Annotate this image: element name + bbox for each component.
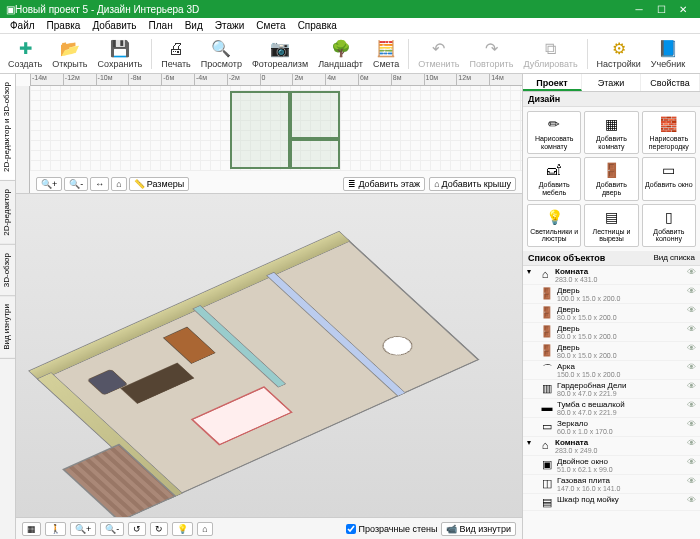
zoom-in-button[interactable]: 🔍+ xyxy=(36,177,62,191)
visibility-toggle[interactable]: 👁 xyxy=(687,381,696,391)
undo-button[interactable]: ↶Отменить xyxy=(414,38,463,70)
objects-section-header: Список объектов Вид списка xyxy=(523,251,700,266)
visibility-toggle[interactable]: 👁 xyxy=(687,343,696,353)
add-roof-button[interactable]: ⌂Добавить крышу xyxy=(429,177,516,191)
object-item[interactable]: 🚪Дверь100.0 x 15.0 x 200.0👁 xyxy=(523,285,700,304)
menu-edit[interactable]: Правка xyxy=(41,18,87,33)
add-column-icon: ▯ xyxy=(660,208,678,226)
home-3d-button[interactable]: ⌂ xyxy=(197,522,212,536)
add-lights-button[interactable]: 💡Светильники и люстры xyxy=(527,204,581,247)
object-item[interactable]: ▣Двойное окно51.0 x 62.1 x 99.0👁 xyxy=(523,456,700,475)
vtab-3d[interactable]: 3D-обзор xyxy=(0,245,15,296)
rotate-right-button[interactable]: ↻ xyxy=(150,522,168,536)
close-button[interactable]: ✕ xyxy=(672,4,694,15)
gear-icon: ⚙ xyxy=(609,39,629,59)
object-item[interactable]: ◫Газовая плита147.0 x 16.0 x 141.0👁 xyxy=(523,475,700,494)
preview-button[interactable]: 🔍Просмотр xyxy=(197,38,246,70)
maximize-button[interactable]: ☐ xyxy=(650,4,672,15)
draw-room-button[interactable]: ✏Нарисовать комнату xyxy=(527,111,581,154)
minimize-button[interactable]: ─ xyxy=(628,4,650,15)
add-door-button[interactable]: 🚪Добавить дверь xyxy=(584,157,638,200)
menu-file[interactable]: Файл xyxy=(4,18,41,33)
save-button[interactable]: 💾Сохранить xyxy=(94,38,147,70)
menu-estimate[interactable]: Смета xyxy=(250,18,291,33)
visibility-toggle[interactable]: 👁 xyxy=(687,305,696,315)
transparent-walls-toggle[interactable]: Прозрачные стены xyxy=(346,524,438,534)
add-column-button[interactable]: ▯Добавить колонну xyxy=(642,204,696,247)
redo-button[interactable]: ↷Повторить xyxy=(465,38,517,70)
rotate-left-button[interactable]: ↺ xyxy=(128,522,146,536)
visibility-toggle[interactable]: 👁 xyxy=(687,476,696,486)
tab-project[interactable]: Проект xyxy=(523,74,582,91)
add-window-icon: ▭ xyxy=(660,161,678,179)
add-floor-button[interactable]: ≣Добавить этаж xyxy=(343,177,425,191)
object-item[interactable]: ⌒Арка150.0 x 15.0 x 200.0👁 xyxy=(523,361,700,380)
menu-help[interactable]: Справка xyxy=(292,18,343,33)
vtab-2d[interactable]: 2D-редактор xyxy=(0,181,15,245)
right-tabs: Проект Этажи Свойства xyxy=(523,74,700,92)
visibility-toggle[interactable]: 👁 xyxy=(687,324,696,334)
light-button[interactable]: 💡 xyxy=(172,522,193,536)
menu-plan[interactable]: План xyxy=(143,18,179,33)
plan-2d-view[interactable]: -14м-12м-10м-8м-6м-4м-2м02м4м6м8м10м12м1… xyxy=(16,74,522,194)
object-icon: ▣ xyxy=(541,457,553,471)
object-icon: 🚪 xyxy=(541,343,553,357)
print-button[interactable]: 🖨Печать xyxy=(157,38,194,70)
visibility-toggle[interactable]: 👁 xyxy=(687,286,696,296)
landscape-button[interactable]: 🌳Ландшафт xyxy=(314,38,367,70)
walk-button[interactable]: 🚶 xyxy=(45,522,66,536)
plan-controls-left: 🔍+ 🔍- ↔ ⌂ 📏Размеры xyxy=(36,177,189,191)
object-item[interactable]: ▬Тумба с вешалкой80.0 x 47.0 x 221.9👁 xyxy=(523,399,700,418)
vtab-split[interactable]: 2D-редактор и 3D-обзор xyxy=(0,74,15,181)
view-3d[interactable] xyxy=(16,194,522,517)
object-item[interactable]: ▭Зеркало60.0 x 1.0 x 170.0👁 xyxy=(523,418,700,437)
add-furniture-button[interactable]: 🛋Добавить мебель xyxy=(527,157,581,200)
menu-add[interactable]: Добавить xyxy=(86,18,142,33)
object-item[interactable]: 🚪Дверь80.0 x 15.0 x 200.0👁 xyxy=(523,304,700,323)
design-section-header: Дизайн xyxy=(523,92,700,107)
object-item[interactable]: ▤Шкаф под мойку👁 xyxy=(523,494,700,511)
inside-view-button[interactable]: 📹Вид изнутри xyxy=(441,522,516,536)
object-item[interactable]: ▥Гардеробная Дели80.0 x 47.0 x 221.9👁 xyxy=(523,380,700,399)
add-stairs-button[interactable]: ▤Лестницы и вырезы xyxy=(584,204,638,247)
pan-button[interactable]: ↔ xyxy=(90,177,109,191)
object-group[interactable]: ▾⌂Комната283.0 x 249.0👁 xyxy=(523,437,700,456)
object-item[interactable]: 🚪Дверь80.0 x 15.0 x 200.0👁 xyxy=(523,342,700,361)
plan-grid[interactable] xyxy=(30,86,522,171)
menu-floors[interactable]: Этажи xyxy=(209,18,251,33)
object-item[interactable]: 🚪Дверь80.0 x 15.0 x 200.0👁 xyxy=(523,323,700,342)
open-button[interactable]: 📂Открыть xyxy=(48,38,91,70)
zoom-out-button[interactable]: 🔍- xyxy=(64,177,88,191)
zoom-out-3d-button[interactable]: 🔍- xyxy=(100,522,124,536)
estimate-button[interactable]: 🧮Смета xyxy=(369,38,403,70)
visibility-toggle[interactable]: 👁 xyxy=(687,400,696,410)
settings-button[interactable]: ⚙Настройки xyxy=(593,38,645,70)
duplicate-button[interactable]: ⧉Дублировать xyxy=(519,38,581,70)
visibility-toggle[interactable]: 👁 xyxy=(687,495,696,505)
view-mode-tabs: 2D-редактор и 3D-обзор 2D-редактор 3D-об… xyxy=(0,74,16,539)
menu-view[interactable]: Вид xyxy=(179,18,209,33)
add-window-button[interactable]: ▭Добавить окно xyxy=(642,157,696,200)
list-view-toggle[interactable]: Вид списка xyxy=(653,253,695,263)
photo-button[interactable]: 📷Фотореализм xyxy=(248,38,312,70)
zoom-in-3d-button[interactable]: 🔍+ xyxy=(70,522,96,536)
tab-floors[interactable]: Этажи xyxy=(582,74,641,91)
dimensions-toggle[interactable]: 📏Размеры xyxy=(129,177,189,191)
visibility-toggle[interactable]: 👁 xyxy=(687,267,696,277)
visibility-toggle[interactable]: 👁 xyxy=(687,362,696,372)
draw-partition-button[interactable]: 🧱Нарисовать перегородку xyxy=(642,111,696,154)
object-group[interactable]: ▾⌂Комната283.0 x 431.0👁 xyxy=(523,266,700,285)
view-cube-button[interactable]: ▦ xyxy=(22,522,41,536)
home-button[interactable]: ⌂ xyxy=(111,177,126,191)
add-room-button[interactable]: ▦Добавить комнату xyxy=(584,111,638,154)
tutorial-button[interactable]: 📘Учебник xyxy=(647,38,689,70)
tab-properties[interactable]: Свойства xyxy=(641,74,700,91)
visibility-toggle[interactable]: 👁 xyxy=(687,457,696,467)
visibility-toggle[interactable]: 👁 xyxy=(687,438,696,448)
bottom-toolbar: ▦ 🚶 🔍+ 🔍- ↺ ↻ 💡 ⌂ Прозрачные стены 📹Вид … xyxy=(16,517,522,539)
vtab-inside[interactable]: Вид изнутри xyxy=(0,296,15,359)
ruler-icon: 📏 xyxy=(134,179,145,189)
visibility-toggle[interactable]: 👁 xyxy=(687,419,696,429)
create-button[interactable]: ✚Создать xyxy=(4,38,46,70)
redo-icon: ↷ xyxy=(481,39,501,59)
